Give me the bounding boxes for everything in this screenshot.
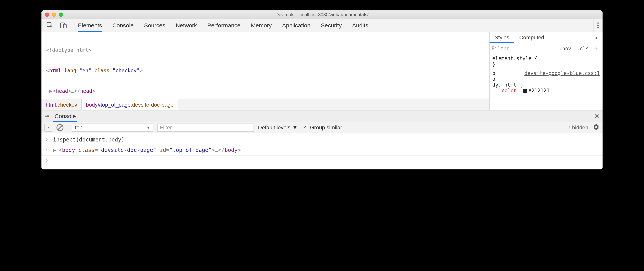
console-output[interactable]: ❯ inspect(document.body) ⟨ ▶ <body class… — [42, 134, 602, 170]
elements-panel: <!doctype html> <html lang="en" class="c… — [42, 32, 602, 110]
cls-toggle[interactable]: .cls — [574, 46, 592, 52]
tab-network[interactable]: Network — [176, 19, 197, 32]
rule-body-html[interactable]: bdevsite-google-blue.css:1 o dy, html { … — [490, 68, 602, 95]
window-title: DevTools - localhost:8080/web/fundamenta… — [42, 12, 602, 17]
window-controls — [45, 12, 63, 17]
console-input-line: ❯ inspect(document.body) — [42, 134, 602, 145]
dom-line-head[interactable]: ▶<head>…</head> — [42, 88, 489, 94]
devtools-window: DevTools - localhost:8080/web/fundamenta… — [42, 10, 602, 170]
context-selector[interactable]: top ▼ — [72, 124, 153, 132]
rule-text: b — [492, 70, 495, 76]
input-chevron-icon: ❯ — [45, 136, 53, 143]
main-toolbar: Elements Console Sources Network Perform… — [42, 19, 602, 32]
drawer-menu-icon[interactable] — [42, 110, 53, 122]
clear-console-icon[interactable] — [56, 124, 64, 131]
console-filter-input[interactable] — [157, 124, 254, 132]
titlebar: DevTools - localhost:8080/web/fundamenta… — [42, 10, 602, 19]
rule-source-link[interactable]: devsite-google-blue.css:1 — [524, 70, 600, 76]
breadcrumb-html[interactable]: html.checkov — [42, 99, 82, 110]
dom-tree[interactable]: <!doctype html> <html lang="en" class="c… — [42, 32, 490, 110]
color-swatch-icon[interactable] — [523, 89, 527, 93]
levels-label: Default levels — [258, 124, 290, 131]
prompt-chevron-icon: ❯ — [45, 157, 53, 164]
styles-tab-computed[interactable]: Computed — [514, 32, 549, 43]
css-prop-value[interactable]: #212121 — [528, 88, 550, 94]
hov-toggle[interactable]: :hov — [556, 46, 574, 52]
console-sidebar-toggle-icon[interactable] — [44, 124, 52, 132]
tab-sources[interactable]: Sources — [144, 19, 165, 32]
drawer-close-icon[interactable]: ✕ — [591, 110, 602, 122]
breadcrumb: html.checkov body#top_of_page.devsite-do… — [42, 99, 489, 110]
rule-element-style[interactable]: element.style { } — [490, 54, 602, 68]
rule-text: o — [492, 76, 600, 82]
tab-memory[interactable]: Memory — [251, 19, 272, 32]
styles-tab-more-icon[interactable]: » — [589, 32, 602, 43]
panel-tabs: Elements Console Sources Network Perform… — [72, 19, 368, 32]
inspect-element-icon[interactable] — [46, 22, 54, 29]
breadcrumb-body[interactable]: body#top_of_page.devsite-doc-page — [82, 99, 178, 110]
minimize-window-icon[interactable] — [52, 12, 56, 17]
hidden-count[interactable]: 7 hidden — [568, 124, 588, 131]
context-value: top — [75, 124, 82, 131]
styles-filter-input[interactable] — [492, 46, 556, 52]
zoom-window-icon[interactable] — [59, 12, 63, 17]
svg-rect-2 — [64, 24, 66, 28]
log-levels-selector[interactable]: Default levels ▼ — [258, 124, 298, 131]
console-result-line[interactable]: ⟨ ▶ <body class="devsite-doc-page" id="t… — [42, 145, 602, 156]
group-similar-checkbox[interactable]: ✓Group similar — [302, 124, 342, 131]
tab-application[interactable]: Application — [282, 19, 310, 32]
console-command-text: inspect(document.body) — [53, 136, 124, 144]
styles-tab-styles[interactable]: Styles — [490, 32, 514, 43]
tab-security[interactable]: Security — [321, 19, 342, 32]
console-toolbar: top ▼ Default levels ▼ ✓Group similar 7 … — [42, 122, 602, 134]
console-settings-icon[interactable] — [593, 124, 600, 132]
dom-line-html[interactable]: <html lang="en" class="checkov"> — [42, 67, 489, 74]
drawer-header: Console ✕ — [42, 110, 602, 122]
styles-pane: Styles Computed » :hov .cls ＋ element.st… — [490, 32, 602, 110]
dom-line-doctype[interactable]: <!doctype html> — [46, 47, 92, 53]
chevron-down-icon: ▼ — [146, 126, 150, 130]
rule-close-brace: } — [492, 61, 600, 67]
chevron-down-icon: ▼ — [292, 124, 298, 131]
drawer-tab-console[interactable]: Console — [53, 110, 77, 122]
rule-selector-text: dy, html { — [492, 82, 600, 88]
tab-audits[interactable]: Audits — [352, 19, 368, 32]
tab-performance[interactable]: Performance — [207, 19, 240, 32]
tab-console[interactable]: Console — [112, 19, 134, 32]
expand-result-icon[interactable]: ▶ — [53, 146, 59, 154]
console-prompt[interactable]: ❯ — [42, 156, 602, 165]
tab-elements[interactable]: Elements — [78, 19, 102, 32]
new-style-rule-icon[interactable]: ＋ — [591, 44, 601, 53]
rule-selector-text: element.style { — [492, 56, 600, 61]
close-window-icon[interactable] — [45, 12, 49, 17]
css-prop-name[interactable]: color — [502, 88, 516, 94]
group-similar-label: Group similar — [310, 124, 342, 131]
device-toolbar-icon[interactable] — [60, 22, 67, 29]
output-chevron-icon: ⟨ — [45, 146, 53, 153]
tree-guide-line — [50, 75, 50, 88]
settings-menu-icon[interactable] — [597, 22, 599, 29]
